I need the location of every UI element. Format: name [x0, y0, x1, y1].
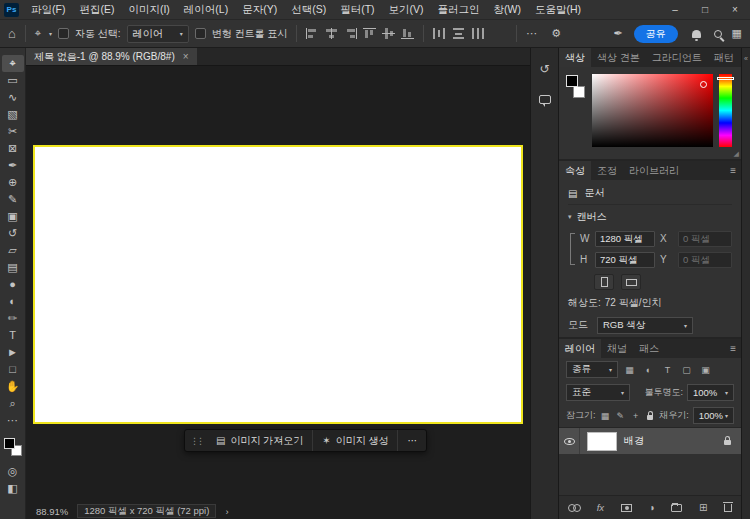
auto-select-dropdown[interactable]: 레이어 ▾ — [127, 25, 189, 43]
tab-gradients[interactable]: 그라디언트 — [646, 48, 708, 67]
foreground-color-swatch[interactable] — [4, 438, 15, 449]
mode-dropdown[interactable]: RGB 색상 ▾ — [597, 317, 693, 334]
history-panel-icon[interactable]: ↺ — [535, 60, 555, 78]
new-group-icon[interactable] — [671, 504, 682, 512]
lock-paint-icon[interactable]: ✎ — [615, 411, 626, 421]
portrait-orientation-button[interactable] — [594, 274, 614, 290]
pen-tool[interactable]: ✏ — [2, 310, 24, 327]
document-row[interactable]: ▤ 문서 — [568, 182, 732, 205]
home-icon[interactable]: ⌂ — [8, 27, 16, 40]
dodge-tool[interactable]: ◐ — [2, 293, 24, 310]
object-selection-tool[interactable]: ▧ — [2, 106, 24, 123]
feather-icon[interactable]: ✒ — [613, 28, 622, 39]
frame-tool[interactable]: ⊠ — [2, 140, 24, 157]
menu-type[interactable]: 문자(Y) — [235, 0, 284, 19]
width-field[interactable]: 1280 픽셀 — [595, 231, 655, 247]
align-center-h-icon[interactable] — [325, 28, 338, 39]
maximize-button[interactable]: □ — [690, 0, 720, 20]
shape-tool[interactable]: □ — [2, 361, 24, 378]
share-button[interactable]: 공유 — [634, 25, 678, 43]
zoom-tool[interactable]: ⌕ — [2, 395, 24, 412]
background-color-swatch[interactable] — [573, 86, 585, 98]
lock-all-icon[interactable] — [647, 415, 653, 420]
menu-filter[interactable]: 필터(T) — [333, 0, 381, 19]
lasso-tool[interactable]: ∿ — [2, 89, 24, 106]
menu-file[interactable]: 파일(F) — [24, 0, 72, 19]
color-cursor-icon[interactable] — [700, 81, 707, 88]
hue-slider[interactable] — [719, 74, 732, 147]
adjustment-filter-icon[interactable]: ◐ — [641, 362, 656, 377]
auto-select-checkbox[interactable] — [58, 28, 69, 39]
edit-toolbar-icon[interactable]: ⋯ — [2, 412, 24, 429]
tab-swatches[interactable]: 색상 견본 — [591, 48, 646, 67]
add-mask-icon[interactable] — [621, 504, 632, 512]
landscape-orientation-button[interactable] — [621, 274, 641, 290]
shape-filter-icon[interactable]: ▢ — [679, 362, 694, 377]
blend-mode-dropdown[interactable]: 표준 ▾ — [566, 384, 630, 401]
tab-properties[interactable]: 속성 — [559, 161, 591, 180]
show-transform-checkbox[interactable] — [195, 28, 206, 39]
distribute-spacing-icon[interactable] — [471, 28, 484, 39]
link-layers-icon[interactable] — [568, 504, 580, 511]
distribute-h-icon[interactable] — [433, 28, 446, 39]
link-dimensions-icon[interactable] — [570, 233, 575, 265]
import-image-button[interactable]: ▤ 이미지 가져오기 — [207, 430, 312, 451]
tab-patterns[interactable]: 패턴 — [708, 48, 740, 67]
gradient-tool[interactable]: ▤ — [2, 259, 24, 276]
align-bottom-icon[interactable] — [401, 28, 414, 39]
menu-layer[interactable]: 레이어(L) — [177, 0, 235, 19]
tab-libraries[interactable]: 라이브러리 — [623, 161, 685, 180]
lock-position-icon[interactable]: + — [630, 411, 641, 421]
brush-tool[interactable]: ✎ — [2, 191, 24, 208]
align-right-icon[interactable] — [344, 28, 357, 39]
foreground-color-swatch[interactable] — [566, 75, 578, 87]
hand-tool[interactable]: ✋ — [2, 378, 24, 395]
lock-transparency-icon[interactable]: ▦ — [600, 411, 611, 421]
workspace-icon[interactable]: ▦ — [732, 28, 742, 39]
menu-image[interactable]: 이미지(I) — [121, 0, 176, 19]
clone-stamp-tool[interactable]: ▣ — [2, 208, 24, 225]
healing-brush-tool[interactable]: ⊕ — [2, 174, 24, 191]
eraser-tool[interactable]: ▱ — [2, 242, 24, 259]
status-chevron-icon[interactable]: › — [225, 506, 228, 517]
search-icon[interactable] — [714, 30, 722, 38]
fill-dropdown[interactable]: 100% ▾ — [693, 407, 734, 424]
delete-layer-icon[interactable] — [724, 504, 732, 512]
tab-layers[interactable]: 레이어 — [559, 339, 601, 358]
eyedropper-tool[interactable]: ✒ — [2, 157, 24, 174]
type-filter-icon[interactable]: T — [660, 362, 675, 377]
canvas-section-header[interactable]: ▾ 캔버스 — [568, 205, 732, 228]
task-bar-more-button[interactable]: ⋯ — [397, 430, 426, 451]
resize-grip-icon[interactable]: ◢ — [734, 150, 739, 158]
tab-paths[interactable]: 패스 — [633, 339, 665, 358]
canvas[interactable] — [33, 145, 523, 424]
crop-tool[interactable]: ✂ — [2, 123, 24, 140]
pixel-filter-icon[interactable]: ▦ — [622, 362, 637, 377]
blur-tool[interactable]: ● — [2, 276, 24, 293]
distribute-v-icon[interactable] — [452, 28, 465, 39]
document-info[interactable]: 1280 픽셀 x 720 픽셀 (72 ppi) — [77, 504, 216, 518]
tab-channels[interactable]: 채널 — [601, 339, 633, 358]
bell-icon[interactable] — [692, 30, 701, 38]
menu-view[interactable]: 보기(V) — [382, 0, 431, 19]
layer-effects-icon[interactable]: fx — [597, 502, 604, 513]
tab-adjustments[interactable]: 조정 — [591, 161, 623, 180]
align-left-icon[interactable] — [306, 28, 319, 39]
path-selection-tool[interactable]: ► — [2, 344, 24, 361]
menu-window[interactable]: 창(W) — [487, 0, 528, 19]
type-tool[interactable]: T — [2, 327, 24, 344]
new-layer-icon[interactable]: ⊞ — [699, 502, 707, 513]
panel-menu-icon[interactable]: ≡ — [725, 339, 741, 358]
comments-panel-icon[interactable] — [535, 90, 555, 108]
quick-mask-icon[interactable]: ◎ — [2, 463, 24, 480]
tab-color[interactable]: 색상 — [559, 48, 591, 67]
menu-plugins[interactable]: 플러그인 — [431, 0, 487, 19]
zoom-level-field[interactable]: 88.91% — [36, 506, 68, 517]
more-options-icon[interactable]: ⋯ — [526, 28, 537, 39]
panel-menu-icon[interactable]: ≡ — [725, 161, 741, 180]
move-tool-icon[interactable]: ⌖ — [35, 28, 41, 39]
menu-help[interactable]: 도움말(H) — [528, 0, 588, 19]
opacity-dropdown[interactable]: 100% ▾ — [687, 384, 734, 401]
layer-row-background[interactable]: 배경 — [559, 428, 741, 454]
adjustment-layer-icon[interactable]: ◑ — [648, 502, 654, 513]
